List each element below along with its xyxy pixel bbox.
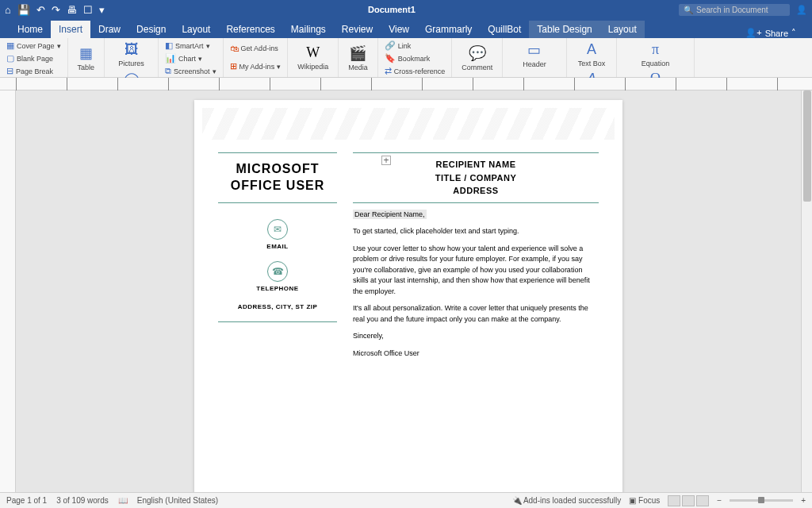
media-button[interactable]: 🎬Media: [343, 43, 373, 73]
status-bar: Page 1 of 1 3 of 109 words 📖 English (Un…: [0, 492, 812, 508]
focus-button[interactable]: ▣ Focus: [629, 496, 660, 505]
search-input[interactable]: 🔍 Search in Document: [679, 4, 790, 16]
ribbon-tabs: Home Insert Draw Design Layout Reference…: [0, 19, 812, 38]
tab-layout[interactable]: Layout: [174, 21, 218, 38]
tab-mailings[interactable]: Mailings: [283, 21, 334, 38]
language-indicator[interactable]: English (United States): [137, 496, 218, 505]
touch-icon[interactable]: ☐: [83, 4, 93, 16]
comment-button[interactable]: 💬Comment: [457, 43, 497, 73]
home-icon[interactable]: ⌂: [5, 4, 11, 16]
email-label[interactable]: EMAIL: [218, 243, 337, 250]
undo-icon[interactable]: ↶: [36, 4, 45, 16]
page[interactable]: + MICROSOFT OFFICE USER ✉ EMAIL ☎ TELEPH…: [194, 100, 622, 492]
header-decoration: [202, 108, 615, 140]
tab-draw[interactable]: Draw: [90, 21, 128, 38]
chart-button[interactable]: 📊Chart ▾: [163, 52, 218, 64]
wikipedia-button[interactable]: WWikipedia: [293, 43, 333, 72]
spellcheck-icon[interactable]: 📖: [118, 496, 128, 505]
recipient-title[interactable]: TITLE / COMPANY: [353, 171, 599, 185]
view-outline[interactable]: [696, 495, 709, 506]
salutation[interactable]: Dear Recipient Name,: [353, 210, 427, 219]
pictures-button[interactable]: 🖼Pictures: [109, 40, 153, 69]
search-icon: 🔍: [684, 6, 693, 14]
sender-name-line2[interactable]: OFFICE USER: [218, 178, 337, 194]
phone-icon: ☎: [267, 261, 288, 282]
bookmark-button[interactable]: 🔖Bookmark: [383, 52, 447, 64]
document-canvas[interactable]: + MICROSOFT OFFICE USER ✉ EMAIL ☎ TELEPH…: [16, 90, 801, 492]
redo-icon[interactable]: ↷: [52, 4, 60, 16]
textbox-button[interactable]: AText Box: [572, 40, 612, 69]
vertical-scrollbar[interactable]: [801, 90, 812, 492]
horizontal-ruler[interactable]: [0, 78, 812, 90]
tab-review[interactable]: Review: [334, 21, 381, 38]
view-web[interactable]: [682, 495, 695, 506]
phone-label[interactable]: TELEPHONE: [218, 285, 337, 292]
tab-layout2[interactable]: Layout: [600, 21, 645, 38]
print-icon[interactable]: 🖶: [67, 4, 77, 16]
header-button[interactable]: ▭Header: [508, 40, 561, 70]
vertical-ruler[interactable]: [0, 90, 16, 492]
signature[interactable]: Microsoft Office User: [353, 348, 599, 360]
view-print[interactable]: [668, 495, 680, 506]
more-icon[interactable]: ▾: [99, 4, 105, 16]
body-para1[interactable]: To get started, click placeholder text a…: [353, 226, 599, 237]
email-icon: ✉: [267, 219, 288, 240]
tab-table-design[interactable]: Table Design: [529, 21, 599, 38]
my-addins-button[interactable]: ⊞My Add-ins ▾: [228, 60, 283, 72]
address-label[interactable]: ADDRESS, CITY, ST ZIP: [218, 303, 337, 310]
link-button[interactable]: 🔗Link: [383, 40, 447, 52]
zoom-out[interactable]: −: [717, 496, 722, 505]
tab-view[interactable]: View: [381, 21, 417, 38]
table-button[interactable]: ▦Table: [73, 43, 100, 73]
equation-button[interactable]: πEquation: [622, 40, 689, 69]
table-insert-handle[interactable]: +: [381, 156, 391, 165]
tab-home[interactable]: Home: [10, 21, 51, 38]
screenshot-button[interactable]: ⧉Screenshot ▾: [163, 65, 218, 77]
zoom-in[interactable]: +: [801, 496, 806, 505]
get-addins-button[interactable]: 🛍Get Add-ins: [228, 43, 283, 54]
page-indicator[interactable]: Page 1 of 1: [6, 496, 47, 505]
recipient-address[interactable]: ADDRESS: [353, 184, 599, 198]
title-bar: ⌂ 💾 ↶ ↷ 🖶 ☐ ▾ Document1 🔍 Search in Docu…: [0, 0, 812, 19]
tab-insert[interactable]: Insert: [51, 21, 90, 38]
tab-references[interactable]: References: [218, 21, 282, 38]
cross-reference-button[interactable]: ⇄Cross-reference: [383, 65, 447, 77]
page-break-button[interactable]: ⊟Page Break: [5, 65, 63, 77]
blank-page-button[interactable]: ▢Blank Page: [5, 52, 63, 64]
body-para3[interactable]: It's all about personalization. Write a …: [353, 303, 599, 325]
user-icon[interactable]: 👤: [796, 5, 807, 15]
closing[interactable]: Sincerely,: [353, 331, 599, 342]
tab-design[interactable]: Design: [128, 21, 174, 38]
tab-quillbot[interactable]: QuillBot: [480, 21, 529, 38]
word-count[interactable]: 3 of 109 words: [56, 496, 109, 505]
addins-status[interactable]: 🔌 Add-ins loaded successfully: [512, 496, 622, 505]
sender-name-line1[interactable]: MICROSOFT: [218, 161, 337, 178]
cover-page-button[interactable]: ▦Cover Page ▾: [5, 40, 63, 52]
ribbon: ▦Cover Page ▾ ▢Blank Page ⊟Page Break ▦T…: [0, 38, 812, 78]
tab-grammarly[interactable]: Grammarly: [417, 21, 480, 38]
scroll-thumb[interactable]: [803, 90, 811, 202]
zoom-slider[interactable]: [730, 499, 793, 502]
document-title: Document1: [105, 5, 679, 14]
smartart-button[interactable]: ◧SmartArt ▾: [163, 40, 218, 52]
body-para2[interactable]: Use your cover letter to show how your t…: [353, 244, 599, 298]
view-buttons: [668, 495, 709, 506]
save-icon[interactable]: 💾: [17, 4, 30, 16]
share-button[interactable]: 👤+ Share ˄: [745, 28, 802, 38]
